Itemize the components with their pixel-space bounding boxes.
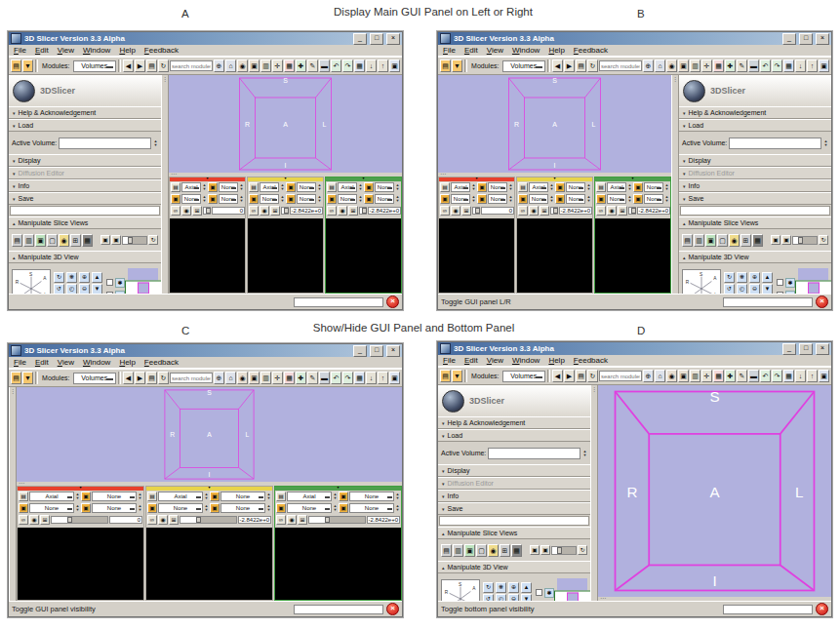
undo-icon[interactable]: ↶ (760, 59, 771, 72)
section-info[interactable]: ▾Info (679, 179, 831, 192)
orientation-select[interactable]: Axial (158, 492, 203, 501)
active-volume-spinner[interactable] (153, 139, 158, 147)
active-volume-select[interactable] (729, 138, 821, 149)
menu-window[interactable]: Window (512, 356, 540, 365)
background-select[interactable]: None (219, 194, 238, 204)
minimize-button[interactable]: _ (782, 33, 796, 45)
label-select[interactable]: None (607, 194, 626, 204)
background-select[interactable]: None (92, 503, 137, 513)
label-select[interactable]: None (451, 194, 470, 204)
maximize-button[interactable]: □ (799, 33, 813, 45)
slice-color-bar[interactable] (326, 177, 401, 181)
threed-viewport[interactable]: S R A L I (169, 75, 402, 173)
background-select[interactable]: None (488, 194, 507, 204)
slice-visibility-icon[interactable]: ◉ (181, 206, 191, 216)
close-button[interactable]: × (386, 33, 400, 45)
search-module-icon[interactable]: ⊕ (643, 370, 654, 382)
slice-offset-slider[interactable] (51, 516, 108, 524)
background-layer-icon[interactable]: ▣ (81, 503, 91, 513)
section-diffusion-editor[interactable]: ▾Diffusion Editor (438, 477, 590, 490)
panel-splitter[interactable]: ⋮ (590, 385, 598, 601)
zoom-in-icon[interactable]: ⊕ (749, 272, 760, 283)
slice-visibility-icon[interactable]: ▤ (682, 234, 693, 247)
layout-select-icon[interactable]: ▦ (783, 59, 794, 72)
orientation-spinner[interactable] (202, 183, 207, 191)
background-spinner[interactable] (395, 504, 400, 512)
menu-window[interactable]: Window (83, 46, 110, 55)
menu-edit[interactable]: Edit (464, 46, 478, 55)
fiducial-grid-icon[interactable]: ▦ (284, 59, 295, 72)
search-module-icon[interactable]: ⊕ (214, 59, 224, 72)
fiducial-down-icon[interactable]: ↓ (366, 372, 377, 384)
modules-select[interactable]: Volumes (502, 371, 545, 382)
label-layer-icon[interactable]: ▣ (518, 194, 528, 204)
slice-viewport-red[interactable] (18, 528, 143, 600)
visibility-checkbox[interactable] (536, 589, 542, 596)
minimize-button[interactable]: _ (782, 343, 796, 355)
save-scene-icon[interactable]: ▼ (452, 59, 462, 72)
threed-viewport[interactable]: S R A L I (17, 387, 402, 482)
foreground-layer-icon[interactable]: ▣ (210, 492, 220, 501)
orientation-spinner[interactable] (549, 183, 554, 191)
axes-widget[interactable]: S A L I P R (12, 269, 51, 294)
module-search-input[interactable] (170, 373, 213, 383)
fiducial-grid-icon[interactable]: ▦ (713, 59, 724, 72)
menu-feedback[interactable]: Feedback (144, 46, 179, 55)
label-select[interactable]: None (529, 194, 548, 204)
crosshair-icon[interactable]: ✛ (701, 59, 712, 72)
history-back-icon[interactable]: ◀ (552, 370, 563, 382)
history-forward-icon[interactable]: ▶ (135, 372, 145, 384)
slice-fit-icon[interactable]: ▥ (694, 234, 704, 247)
label-select[interactable]: None (158, 503, 203, 513)
slice-menu-icon[interactable]: ▤ (518, 182, 528, 192)
crosshair-icon[interactable]: ✛ (701, 370, 712, 382)
error-log-icon[interactable]: × (386, 603, 399, 615)
screenshot-icon[interactable]: ◉ (666, 370, 677, 382)
modules-select[interactable]: Volumes (502, 60, 545, 72)
menu-view[interactable]: View (487, 356, 503, 365)
slice-visibility-icon[interactable]: ◉ (158, 515, 168, 525)
minimize-button[interactable]: _ (353, 345, 367, 357)
slice-visibility-icon[interactable]: ◉ (529, 206, 539, 216)
menu-feedback[interactable]: Feedback (144, 358, 179, 367)
error-log-icon[interactable]: × (816, 603, 828, 615)
visibility-checkbox[interactable] (106, 279, 113, 286)
close-button[interactable]: × (816, 33, 829, 45)
redo-icon[interactable]: ↷ (772, 59, 782, 72)
opacity-slider[interactable] (792, 236, 818, 245)
foreground-layer-icon[interactable]: ▣ (477, 182, 487, 192)
section-load[interactable]: ▾Load (9, 119, 161, 132)
slice-color-bar[interactable] (439, 177, 514, 181)
fit-to-window-icon[interactable]: ⊞ (618, 206, 627, 216)
transform-icon[interactable]: ✚ (296, 59, 306, 72)
home-icon[interactable]: ⌂ (655, 59, 665, 72)
section-diffusion-editor[interactable]: ▾Diffusion Editor (9, 167, 161, 179)
panel-splitter[interactable]: ⋮ (161, 75, 169, 294)
section-display[interactable]: ▾Display (9, 154, 161, 167)
section-manipulate-3d-view[interactable]: ▴Manipulate 3D View (679, 251, 831, 263)
active-volume-spinner[interactable] (823, 139, 828, 147)
slice-layout-icon[interactable]: ▦ (82, 234, 93, 247)
home-icon[interactable]: ⌂ (225, 372, 236, 384)
refresh-views-icon[interactable]: ↻ (819, 235, 828, 245)
orientation-spinner[interactable] (204, 492, 209, 500)
slice-offset-value[interactable]: -2.8422e+0 (367, 516, 400, 524)
orientation-spinner[interactable] (333, 492, 338, 500)
label-layer-icon[interactable]: ▣ (440, 194, 450, 204)
section-manipulate-slice-views[interactable]: ▴Manipulate Slice Views (9, 217, 161, 229)
foreground-select[interactable]: None (297, 182, 316, 192)
navigation-preview[interactable] (798, 268, 828, 294)
link-icon[interactable]: ∞ (327, 206, 337, 216)
orientation-spinner[interactable] (471, 183, 476, 191)
menu-file[interactable]: File (14, 358, 26, 367)
label-select[interactable]: None (181, 194, 201, 204)
slice-visibility-icon[interactable]: ◉ (451, 206, 460, 216)
extensions-icon[interactable]: ▣ (819, 370, 829, 382)
minimize-button[interactable]: _ (353, 33, 367, 45)
fit-to-window-icon[interactable]: ⊞ (298, 515, 307, 525)
extensions-icon[interactable]: ▣ (389, 372, 400, 384)
foreground-spinner[interactable] (664, 183, 669, 191)
label-spinner[interactable] (204, 504, 209, 512)
panel-splitter[interactable]: ⋮ (9, 387, 17, 601)
menu-window[interactable]: Window (83, 358, 110, 367)
